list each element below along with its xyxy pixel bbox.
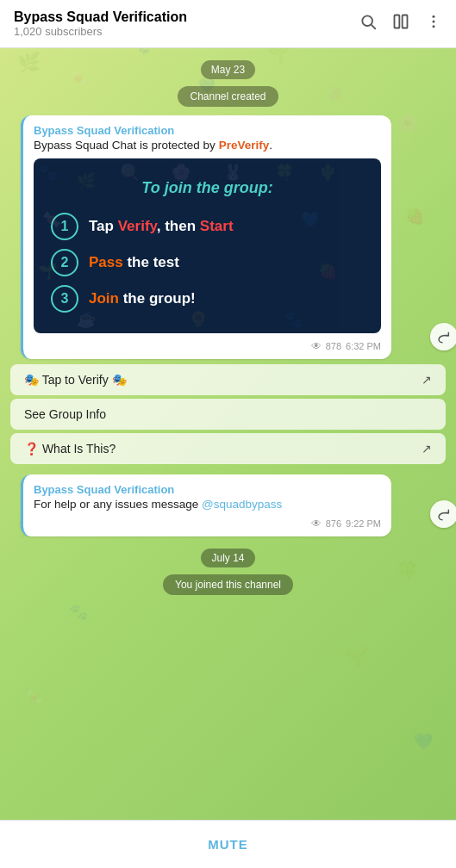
message-1-container: Bypass Squad Verification Bypass Squad C… bbox=[10, 115, 446, 359]
link1-icon-right: 🎭 bbox=[112, 373, 127, 387]
svg-point-0 bbox=[362, 16, 372, 26]
link1-arrow-icon: ↗ bbox=[422, 373, 432, 387]
bottom-bar: MUTE bbox=[0, 820, 456, 868]
step-number-2: 2 bbox=[51, 249, 78, 276]
system-message-created: Channel created bbox=[0, 86, 456, 107]
forward-button-2[interactable] bbox=[430, 500, 456, 528]
see-group-info-link[interactable]: See Group Info bbox=[10, 399, 446, 430]
step-2: 2 Pass the test bbox=[51, 249, 364, 276]
svg-line-1 bbox=[372, 25, 375, 28]
link2-text: See Group Info bbox=[24, 407, 106, 421]
channel-title: Bypass Squad Verification bbox=[14, 9, 187, 25]
views-icon-1: 👁 bbox=[311, 340, 322, 352]
svg-rect-2 bbox=[395, 16, 400, 28]
link1-icon-left: 🎭 bbox=[24, 373, 39, 387]
more-options-icon[interactable] bbox=[425, 13, 442, 34]
step-number-3: 3 bbox=[51, 285, 78, 313]
subscriber-count: 1,020 subscribers bbox=[14, 25, 187, 38]
image-card: 🐾 🌿 🍭 🌸 🐰 🍀 🌵 🍬 💙 🌱 🍓 ☕ 🌻 🐾 To join the bbox=[34, 158, 381, 333]
message-meta-1: 👁 878 6:32 PM bbox=[34, 340, 381, 352]
views-count-1: 878 bbox=[326, 341, 341, 351]
message-time-1: 6:32 PM bbox=[346, 341, 381, 351]
card-steps: 1 Tap Verify, then Start 2 Pass the test bbox=[51, 213, 364, 313]
message-bubble-2: Bypass Squad Verification For help or an… bbox=[21, 474, 391, 536]
message-2-container: Bypass Squad Verification For help or an… bbox=[10, 474, 446, 536]
step-number-1: 1 bbox=[51, 213, 78, 240]
step-text-1: Tap Verify, then Start bbox=[89, 218, 234, 235]
date-badge-july14: July 14 bbox=[0, 549, 456, 567]
date-badge-may23: May 23 bbox=[0, 60, 456, 79]
header: Bypass Squad Verification 1,020 subscrib… bbox=[0, 0, 456, 48]
bubble-text-1: Bypass Squad Chat is protected by PreVer… bbox=[34, 139, 381, 152]
header-actions bbox=[359, 13, 442, 34]
bubble-text-2: For help or any issues message @squadbyp… bbox=[34, 498, 381, 511]
card-title: To join the group: bbox=[51, 179, 364, 197]
chat-area: May 23 Channel created Bypass Squad Veri… bbox=[0, 48, 456, 820]
step-3: 3 Join the group! bbox=[51, 285, 364, 313]
what-is-this-link[interactable]: ❓ What Is This? ↗ bbox=[10, 433, 446, 464]
system-message-joined: You joined this channel bbox=[0, 574, 456, 595]
link3-icon: ❓ bbox=[24, 442, 39, 456]
message-time-2: 9:22 PM bbox=[346, 518, 381, 529]
link1-text: Tap to Verify bbox=[42, 373, 109, 387]
link3-arrow-icon: ↗ bbox=[422, 442, 432, 456]
bubble-channel-name-2: Bypass Squad Verification bbox=[34, 483, 381, 496]
message-bubble-1: Bypass Squad Verification Bypass Squad C… bbox=[21, 115, 391, 359]
svg-point-4 bbox=[433, 16, 435, 18]
tap-to-verify-link[interactable]: 🎭 Tap to Verify 🎭 ↗ bbox=[10, 364, 446, 395]
header-info: Bypass Squad Verification 1,020 subscrib… bbox=[14, 9, 187, 38]
svg-point-6 bbox=[433, 25, 435, 28]
views-icon-2: 👁 bbox=[311, 518, 322, 530]
mute-button[interactable]: MUTE bbox=[208, 837, 248, 852]
step-1: 1 Tap Verify, then Start bbox=[51, 213, 364, 240]
svg-point-5 bbox=[433, 21, 435, 23]
forward-button-1[interactable] bbox=[430, 323, 456, 350]
step-text-3: Join the group! bbox=[89, 290, 196, 307]
link3-text: What Is This? bbox=[42, 442, 116, 456]
search-icon[interactable] bbox=[359, 13, 377, 34]
mention-link[interactable]: @squadbypass bbox=[202, 498, 282, 511]
columns-icon[interactable] bbox=[392, 13, 409, 34]
views-count-2: 876 bbox=[326, 518, 341, 529]
message-meta-2: 👁 876 9:22 PM bbox=[34, 518, 381, 530]
svg-rect-3 bbox=[403, 16, 408, 28]
step-text-2: Pass the test bbox=[89, 254, 179, 271]
bubble-channel-name-1: Bypass Squad Verification bbox=[34, 124, 381, 137]
